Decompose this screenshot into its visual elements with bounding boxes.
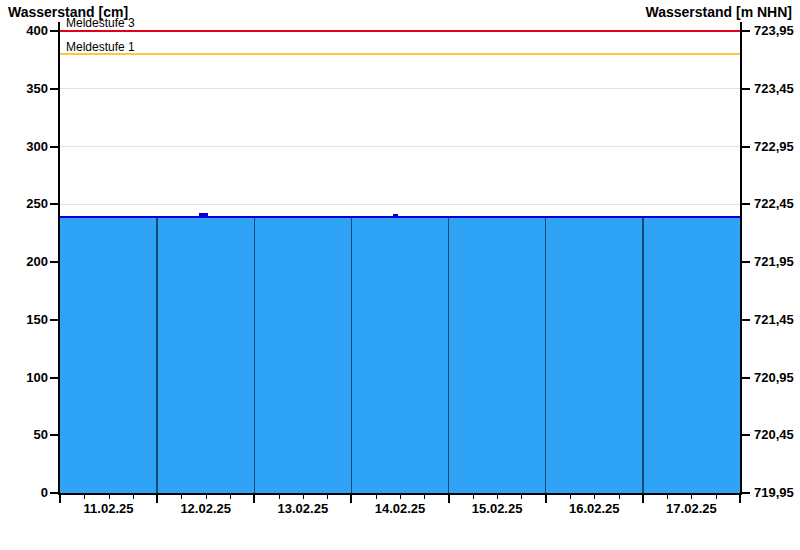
- x-minor-tick: [84, 495, 85, 499]
- y-tick-label-left: 200: [0, 254, 48, 269]
- y-tick-label-right: 721,95: [754, 254, 794, 269]
- day-divider-line: [351, 218, 353, 493]
- y-tick-label-right: 722,95: [754, 139, 794, 154]
- x-minor-tick: [594, 495, 595, 499]
- y-tick-right: [742, 492, 750, 494]
- x-minor-tick: [716, 495, 717, 499]
- x-date-label: 13.02.25: [258, 501, 348, 516]
- y-tick-left: [50, 88, 58, 90]
- y-tick-label-left: 100: [0, 370, 48, 385]
- y-tick-right: [742, 88, 750, 90]
- y-tick-label-right: 720,95: [754, 370, 794, 385]
- day-divider-line: [642, 218, 644, 493]
- x-minor-tick: [521, 495, 522, 499]
- y-tick-left: [50, 146, 58, 148]
- y-tick-right: [742, 30, 750, 32]
- y-tick-label-left: 150: [0, 312, 48, 327]
- y-tick-left: [50, 434, 58, 436]
- x-minor-tick: [497, 495, 498, 499]
- y-tick-left: [50, 203, 58, 205]
- y-tick-left: [50, 319, 58, 321]
- y-tick-left: [50, 492, 58, 494]
- x-date-label: 12.02.25: [161, 501, 251, 516]
- water-level-chart: Wasserstand [cm] Wasserstand [m NHN] Mel…: [0, 0, 800, 550]
- x-major-tick: [59, 495, 61, 503]
- x-date-label: 15.02.25: [452, 501, 542, 516]
- plot-area: [58, 22, 742, 495]
- x-minor-tick: [667, 495, 668, 499]
- threshold-label-meldestufe-1: Meldestufe 1: [66, 40, 135, 54]
- y-tick-label-left: 50: [0, 427, 48, 442]
- series-peak: [199, 213, 208, 218]
- x-date-label: 17.02.25: [646, 501, 736, 516]
- x-minor-tick: [619, 495, 620, 499]
- x-minor-tick: [109, 495, 110, 499]
- gridline: [60, 146, 740, 147]
- x-date-label: 16.02.25: [549, 501, 639, 516]
- x-major-tick: [156, 495, 158, 503]
- x-major-tick: [253, 495, 255, 503]
- series-peak: [393, 214, 398, 218]
- right-axis-title: Wasserstand [m NHN]: [645, 4, 792, 20]
- x-minor-tick: [424, 495, 425, 499]
- y-tick-left: [50, 261, 58, 263]
- y-tick-right: [742, 261, 750, 263]
- x-major-tick: [448, 495, 450, 503]
- x-minor-tick: [376, 495, 377, 499]
- water-level-area: [60, 216, 740, 493]
- y-tick-label-right: 720,45: [754, 427, 794, 442]
- day-divider-line: [448, 218, 450, 493]
- y-tick-left: [50, 377, 58, 379]
- y-tick-right: [742, 434, 750, 436]
- y-tick-label-right: 722,45: [754, 196, 794, 211]
- x-minor-tick: [230, 495, 231, 499]
- x-minor-tick: [691, 495, 692, 499]
- y-tick-label-left: 250: [0, 196, 48, 211]
- x-minor-tick: [133, 495, 134, 499]
- y-tick-right: [742, 319, 750, 321]
- x-major-tick: [739, 495, 741, 503]
- gridline: [60, 88, 740, 89]
- y-tick-right: [742, 203, 750, 205]
- y-tick-label-right: 723,95: [754, 23, 794, 38]
- x-minor-tick: [473, 495, 474, 499]
- x-minor-tick: [181, 495, 182, 499]
- x-minor-tick: [206, 495, 207, 499]
- day-divider-line: [254, 218, 256, 493]
- y-tick-right: [742, 146, 750, 148]
- threshold-line: [60, 53, 740, 55]
- x-major-tick: [642, 495, 644, 503]
- threshold-line: [60, 30, 740, 32]
- y-tick-label-right: 723,45: [754, 81, 794, 96]
- y-tick-right: [742, 377, 750, 379]
- y-tick-label-left: 400: [0, 23, 48, 38]
- day-divider-line: [545, 218, 547, 493]
- y-tick-label-right: 721,45: [754, 312, 794, 327]
- day-divider-line: [156, 218, 158, 493]
- x-minor-tick: [570, 495, 571, 499]
- x-minor-tick: [279, 495, 280, 499]
- x-minor-tick: [303, 495, 304, 499]
- x-date-label: 11.02.25: [64, 501, 154, 516]
- y-tick-left: [50, 30, 58, 32]
- threshold-label-meldestufe-3: Meldestufe 3: [66, 16, 135, 30]
- x-date-label: 14.02.25: [355, 501, 445, 516]
- x-major-tick: [350, 495, 352, 503]
- gridline: [60, 204, 740, 205]
- y-tick-label-left: 300: [0, 139, 48, 154]
- x-major-tick: [545, 495, 547, 503]
- y-tick-label-right: 719,95: [754, 485, 794, 500]
- y-tick-label-left: 350: [0, 81, 48, 96]
- y-tick-label-left: 0: [0, 485, 48, 500]
- x-minor-tick: [327, 495, 328, 499]
- x-minor-tick: [400, 495, 401, 499]
